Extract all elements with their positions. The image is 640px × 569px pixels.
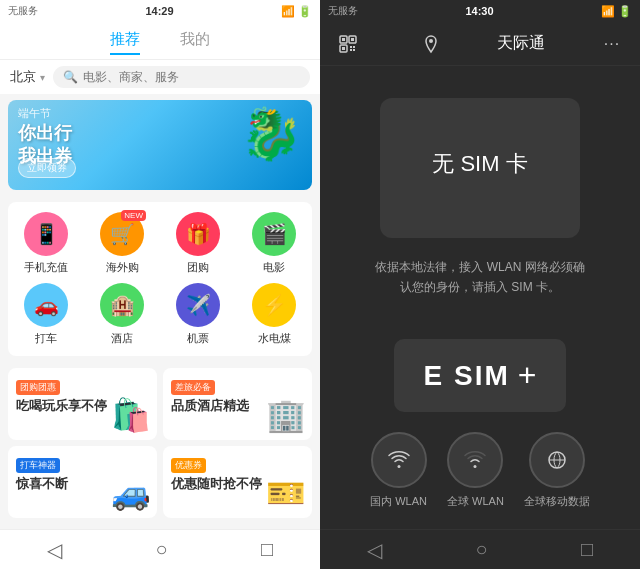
icon-label-group: 团购 (187, 260, 209, 275)
icon-circle-taxi: 🚗 (24, 283, 68, 327)
promo-tag-trip: 差旅必备 (171, 380, 215, 395)
search-icon: 🔍 (63, 70, 78, 84)
sim-card-box: 无 SIM 卡 (380, 98, 580, 238)
icon-mobile-recharge[interactable]: 📱 手机充值 (8, 212, 84, 275)
svg-rect-7 (353, 46, 355, 48)
wifi-icon-left: 📶 (281, 5, 295, 18)
home-button-right[interactable]: ○ (459, 534, 503, 565)
icon-label-mobile: 手机充值 (24, 260, 68, 275)
icon-group-buy[interactable]: 🎁 团购 (160, 212, 236, 275)
icon-overseas-shopping[interactable]: 🛒 NEW 海外购 (84, 212, 160, 275)
sim-card-title: 无 SIM 卡 (432, 149, 527, 179)
left-panel: 无服务 14:29 📶 🔋 推荐 我的 北京 ▾ 🔍 端午节 你出行 我出券 立… (0, 0, 320, 569)
status-icons-right: 📶 🔋 (601, 5, 632, 18)
banner[interactable]: 端午节 你出行 我出券 立即领券 🐉 (8, 100, 312, 190)
promo-img-group: 🛍️ (111, 396, 151, 434)
tab-recommend[interactable]: 推荐 (110, 30, 140, 55)
promo-group-discount[interactable]: 团购团惠 吃喝玩乐享不停 🛍️ (8, 368, 157, 440)
header-title: 天际通 (497, 33, 545, 54)
status-bar-left: 无服务 14:29 📶 🔋 (0, 0, 320, 22)
location-button[interactable]: 北京 ▾ (10, 68, 45, 86)
banner-festival: 端午节 (18, 106, 51, 121)
icon-label-flight: 机票 (187, 331, 209, 346)
promo-business-trip[interactable]: 差旅必备 品质酒店精选 🏢 (163, 368, 312, 440)
chevron-down-icon: ▾ (40, 72, 45, 83)
new-badge: NEW (121, 210, 146, 221)
time-right: 14:30 (465, 5, 493, 17)
recents-button-left[interactable]: □ (245, 534, 289, 565)
icon-movie[interactable]: 🎬 电影 (236, 212, 312, 275)
global-wlan-label: 全球 WLAN (447, 494, 504, 509)
svg-rect-3 (342, 38, 345, 41)
esim-label: E SIM (424, 360, 510, 392)
more-menu-icon[interactable]: ··· (596, 28, 628, 60)
qr-scan-icon[interactable] (332, 28, 364, 60)
esim-box[interactable]: E SIM + (394, 339, 567, 412)
sim-card-description: 依据本地法律，接入 WLAN 网络必须确认您的身份，请插入 SIM 卡。 (370, 258, 590, 296)
global-data-circle (529, 432, 585, 488)
esim-plus-icon: + (518, 357, 537, 394)
icon-hotel[interactable]: 🏨 酒店 (84, 283, 160, 346)
promo-tag-coupon: 优惠券 (171, 458, 206, 473)
banner-content: 端午节 你出行 我出券 立即领券 (18, 122, 72, 169)
svg-rect-9 (353, 49, 355, 51)
search-input-wrap[interactable]: 🔍 (53, 66, 310, 88)
icon-circle-movie: 🎬 (252, 212, 296, 256)
battery-icon-left: 🔋 (298, 5, 312, 18)
no-service-right: 无服务 (328, 4, 358, 18)
global-data-option[interactable]: 全球移动数据 (524, 432, 590, 509)
global-wlan-option[interactable]: 全球 WLAN (447, 432, 504, 509)
domestic-wlan-label: 国内 WLAN (370, 494, 427, 509)
promo-img-coupon: 🎫 (266, 474, 306, 512)
search-input[interactable] (83, 70, 300, 84)
promo-grid: 团购团惠 吃喝玩乐享不停 🛍️ 差旅必备 品质酒店精选 🏢 打车神器 惊喜不断 … (8, 368, 312, 518)
right-header: 天际通 ··· (320, 22, 640, 66)
no-service-left: 无服务 (8, 4, 38, 18)
tab-mine[interactable]: 我的 (180, 30, 210, 55)
home-button-left[interactable]: ○ (139, 534, 183, 565)
banner-btn[interactable]: 立即领券 (18, 158, 76, 178)
status-icons-left: 📶 🔋 (281, 5, 312, 18)
recents-button-right[interactable]: □ (565, 534, 609, 565)
esim-area: E SIM + (320, 339, 640, 417)
promo-tag-taxi: 打车神器 (16, 458, 60, 473)
right-panel: 无服务 14:30 📶 🔋 (320, 0, 640, 569)
icon-circle-mobile: 📱 (24, 212, 68, 256)
bottom-nav-right: ◁ ○ □ (320, 529, 640, 569)
network-options: 国内 WLAN 全球 WLAN (320, 422, 640, 529)
icon-utilities[interactable]: ⚡ 水电煤 (236, 283, 312, 346)
battery-icon-right: 🔋 (618, 5, 632, 18)
icon-taxi[interactable]: 🚗 打车 (8, 283, 84, 346)
icon-circle-hotel: 🏨 (100, 283, 144, 327)
promo-tag-group: 团购团惠 (16, 380, 60, 395)
global-data-label: 全球移动数据 (524, 494, 590, 509)
icons-grid: 📱 手机充值 🛒 NEW 海外购 🎁 团购 🎬 电影 🚗 打车 🏨 酒店 ✈ (8, 202, 312, 356)
nav-tabs: 推荐 我的 (0, 22, 320, 60)
promo-img-taxi: 🚙 (111, 474, 151, 512)
domestic-wlan-option[interactable]: 国内 WLAN (370, 432, 427, 509)
icon-flight[interactable]: ✈️ 机票 (160, 283, 236, 346)
global-wlan-circle (447, 432, 503, 488)
location-label: 北京 (10, 68, 36, 86)
promo-coupon[interactable]: 优惠券 优惠随时抢不停 🎫 (163, 446, 312, 518)
time-left: 14:29 (145, 5, 173, 17)
svg-point-10 (429, 39, 433, 43)
svg-rect-6 (350, 46, 352, 48)
domestic-wlan-circle (371, 432, 427, 488)
wifi-icon-right: 📶 (601, 5, 615, 18)
svg-rect-8 (350, 49, 352, 51)
icon-label-hotel: 酒店 (111, 331, 133, 346)
icon-label-utilities: 水电煤 (258, 331, 291, 346)
promo-taxi-tool[interactable]: 打车神器 惊喜不断 🚙 (8, 446, 157, 518)
icon-label-taxi: 打车 (35, 331, 57, 346)
icon-circle-group: 🎁 (176, 212, 220, 256)
sim-card-area: 无 SIM 卡 依据本地法律，接入 WLAN 网络必须确认您的身份，请插入 SI… (320, 66, 640, 329)
bottom-nav-left: ◁ ○ □ (0, 529, 320, 569)
promo-img-trip: 🏢 (266, 396, 306, 434)
back-button-right[interactable]: ◁ (351, 534, 398, 566)
icon-circle-flight: ✈️ (176, 283, 220, 327)
back-button-left[interactable]: ◁ (31, 534, 78, 566)
location-pin-icon[interactable] (415, 28, 447, 60)
icon-label-overseas: 海外购 (106, 260, 139, 275)
status-bar-right: 无服务 14:30 📶 🔋 (320, 0, 640, 22)
